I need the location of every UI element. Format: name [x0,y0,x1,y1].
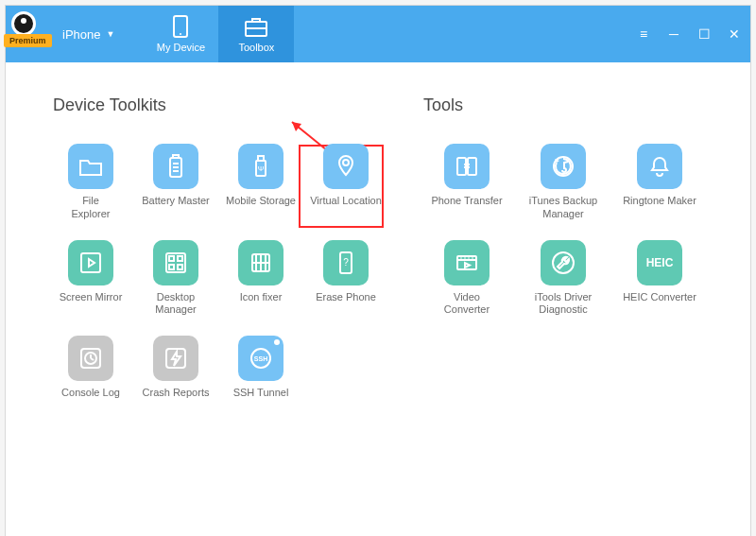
tool-driver-diagnostic[interactable]: iTools DriverDiagnostic [520,240,607,318]
titlebar: Premium iPhone ▼ My Device Toolbox ≡ [6,6,750,62]
tool-label: HEIC Converter [623,291,696,316]
tab-toolbox[interactable]: Toolbox [218,6,294,62]
tool-label: DesktopManager [155,291,196,318]
svg-text:Ψ: Ψ [258,164,265,173]
tool-label: VideoConverter [444,291,490,318]
close-icon[interactable]: ✕ [728,26,741,42]
tool-label: Crash Reports [143,387,210,411]
phone-question-icon: ? [323,240,369,285]
device-dropdown[interactable]: iPhone ▼ [62,27,114,42]
sections-row: Device Toolkits FileExplorer Battery Mas… [53,95,703,411]
tool-battery-master[interactable]: Battery Master [138,144,214,221]
section-tools: Tools Phone Transfer iTunes BackupManage… [423,95,703,411]
grid-icon [153,240,198,285]
toolbox-icon [243,15,269,38]
tool-crash-reports[interactable]: Crash Reports [138,336,214,411]
svg-point-49 [553,252,574,273]
tool-label: Phone Transfer [431,195,502,219]
music-refresh-icon [541,144,586,189]
badge-dot-icon [274,339,280,345]
tool-label: Icon fixer [240,291,283,316]
nav-tabs: My Device Toolbox [143,6,294,62]
tab-label: Toolbox [238,42,274,53]
tool-label: FileExplorer [72,195,111,221]
bell-icon [637,144,682,189]
tool-virtual-location[interactable]: Virtual Location [308,144,384,221]
app-window: Premium iPhone ▼ My Device Toolbox ≡ [5,5,751,536]
tools-grid: Phone Transfer iTunes BackupManager Ring… [423,144,703,317]
tool-erase-phone[interactable]: ? Erase Phone [308,240,384,318]
svg-rect-21 [169,265,174,269]
maximize-icon[interactable]: ☐ [697,26,711,42]
folder-icon [68,144,113,189]
logo-area: Premium iPhone ▼ [6,6,114,62]
device-label: iPhone [62,27,100,42]
bolt-icon [153,336,198,381]
tool-heic-converter[interactable]: HEIC HEIC Converter [616,240,703,318]
wrench-icon [541,240,586,285]
transfer-icon [444,144,490,189]
tool-label: Console Log [61,387,120,411]
section-device-toolkits: Device Toolkits FileExplorer Battery Mas… [53,95,386,411]
film-icon [444,240,490,285]
toolkits-grid: FileExplorer Battery Master Ψ Mobile Sto… [53,144,386,411]
tablet-icon [167,15,194,38]
tool-label: iTools DriverDiagnostic [535,291,593,318]
tool-console-log[interactable]: Console Log [53,336,129,411]
tool-label: Erase Phone [316,291,376,316]
svg-point-1 [180,33,181,35]
tool-ssh-tunnel[interactable]: SSH SSH Tunnel [223,336,299,411]
menu-icon[interactable]: ≡ [637,26,650,42]
svg-marker-5 [292,122,301,131]
chevron-down-icon: ▼ [106,29,114,39]
usb-icon: Ψ [238,144,284,189]
heic-icon: HEIC [637,240,682,285]
ssh-icon: SSH [238,336,284,381]
tool-label: Mobile Storage [226,195,296,219]
svg-point-47 [472,257,473,259]
tool-label: Battery Master [142,195,210,219]
svg-rect-16 [81,253,100,272]
logo-lens-icon [11,11,36,36]
tool-mobile-storage[interactable]: Ψ Mobile Storage [223,144,299,221]
svg-rect-7 [173,155,179,158]
svg-point-44 [460,257,462,259]
svg-line-33 [91,358,94,360]
premium-badge: Premium [4,34,52,47]
tool-icon-fixer[interactable]: Icon fixer [223,240,299,318]
tab-label: My Device [157,42,205,53]
svg-marker-17 [89,259,94,267]
window-controls: ≡ ─ ☐ ✕ [637,6,741,62]
tool-label: SSH Tunnel [233,387,289,411]
tool-label: Ringtone Maker [623,195,696,219]
svg-point-45 [464,257,466,259]
minimize-icon[interactable]: ─ [667,26,680,42]
svg-rect-19 [169,256,174,261]
tool-phone-transfer[interactable]: Phone Transfer [423,144,510,221]
location-pin-icon [323,144,369,189]
section-title: Device Toolkits [53,95,386,115]
svg-rect-20 [178,256,182,261]
section-title: Tools [423,95,703,115]
tool-video-converter[interactable]: VideoConverter [423,240,510,318]
tool-desktop-manager[interactable]: DesktopManager [138,240,214,318]
svg-marker-48 [465,263,470,268]
app-logo [11,11,36,36]
tool-itunes-backup[interactable]: iTunes BackupManager [520,144,607,221]
tool-file-explorer[interactable]: FileExplorer [53,144,129,221]
fixer-icon [238,240,284,285]
svg-point-13 [260,160,262,162]
play-icon [68,240,113,285]
clock-icon [68,336,113,381]
svg-text:SSH: SSH [254,355,267,362]
tab-my-device[interactable]: My Device [143,6,218,62]
svg-marker-35 [172,352,180,366]
svg-text:?: ? [343,257,349,268]
heic-text: HEIC [646,256,674,269]
svg-point-15 [343,160,349,165]
tool-label: Virtual Location [310,195,382,219]
tool-screen-mirror[interactable]: Screen Mirror [53,240,129,318]
tool-ringtone-maker[interactable]: Ringtone Maker [616,144,703,221]
svg-rect-22 [178,265,182,269]
tool-label: Screen Mirror [60,291,123,316]
